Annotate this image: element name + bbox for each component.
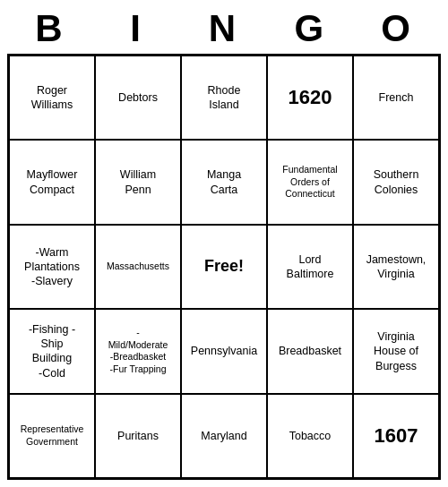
bingo-cell-6: WilliamPenn <box>95 140 181 224</box>
bingo-cell-2: RhodeIsland <box>181 56 267 140</box>
title-letter-o: O <box>354 7 441 50</box>
title-letter-g: G <box>267 7 354 50</box>
bingo-cell-18: Breadbasket <box>267 309 353 393</box>
bingo-cell-11: Massachusetts <box>95 225 181 309</box>
bingo-cell-16: -Mild/Moderate-Breadbasket-Fur Trapping <box>95 309 181 393</box>
bingo-cell-9: SouthernColonies <box>353 140 439 224</box>
bingo-cell-8: FundamentalOrders ofConnecticut <box>267 140 353 224</box>
bingo-cell-19: VirginiaHouse ofBurgess <box>353 309 439 393</box>
bingo-cell-14: Jamestown,Virginia <box>353 225 439 309</box>
bingo-cell-4: French <box>353 56 439 140</box>
bingo-cell-15: -Fishing -ShipBuilding-Cold <box>9 309 95 393</box>
bingo-cell-1: Debtors <box>95 56 181 140</box>
bingo-cell-10: -WarmPlantations-Slavery <box>9 225 95 309</box>
bingo-cell-5: MayflowerCompact <box>9 140 95 224</box>
title-letter-n: N <box>181 7 268 50</box>
bingo-cell-12: Free! <box>181 225 267 309</box>
bingo-cell-3: 1620 <box>267 56 353 140</box>
bingo-cell-17: Pennsylvania <box>181 309 267 393</box>
bingo-cell-22: Maryland <box>181 394 267 478</box>
title-letter-b: B <box>7 7 94 50</box>
bingo-cell-20: RepresentativeGovernment <box>9 394 95 478</box>
bingo-cell-23: Tobacco <box>267 394 353 478</box>
bingo-cell-0: RogerWilliams <box>9 56 95 140</box>
bingo-cell-21: Puritans <box>95 394 181 478</box>
bingo-cell-13: LordBaltimore <box>267 225 353 309</box>
bingo-grid: RogerWilliamsDebtorsRhodeIsland1620Frenc… <box>7 54 441 480</box>
bingo-cell-24: 1607 <box>353 394 439 478</box>
bingo-title: BINGO <box>7 7 441 50</box>
title-letter-i: I <box>94 7 181 50</box>
bingo-cell-7: MangaCarta <box>181 140 267 224</box>
